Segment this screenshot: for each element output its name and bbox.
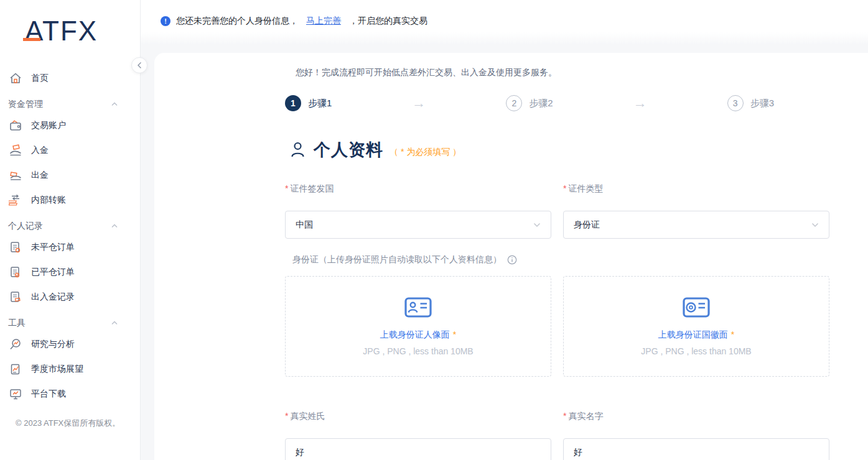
last-name-field: *真实姓氏 bbox=[285, 377, 551, 460]
main-panel: 您好！完成流程即可开始低点差外汇交易、出入金及使用更多服务。 1 步骤1 → 2… bbox=[154, 53, 868, 460]
open-orders-icon bbox=[9, 241, 22, 254]
section-header-label: 个人记录 bbox=[8, 221, 43, 232]
step-1-label: 步骤1 bbox=[308, 98, 332, 109]
identity-notice: ! 您还未完善您的个人身份信息， 马上完善 ，开启您的真实交易 bbox=[161, 16, 427, 27]
sidebar-section-records[interactable]: 个人记录 bbox=[0, 218, 140, 235]
required-note: （ * 为必须填写 ） bbox=[390, 147, 461, 158]
sidebar-item-label: 研究与分析 bbox=[31, 339, 75, 350]
step-1-number: 1 bbox=[285, 95, 301, 111]
upload-id-portrait-box[interactable]: 上载身份证人像面* JPG , PNG , less than 10MB bbox=[285, 276, 551, 377]
required-asterisk: * bbox=[563, 411, 566, 421]
sidebar-item-label: 已平仓订单 bbox=[31, 267, 75, 278]
wallet-icon bbox=[9, 119, 22, 132]
sidebar-item-label: 交易账户 bbox=[31, 120, 66, 131]
chevron-left-icon bbox=[137, 62, 142, 69]
id-type-field: *证件类型 身份证 bbox=[563, 161, 829, 239]
transfer-icon bbox=[9, 193, 22, 207]
sidebar-item-quarterly-outlook[interactable]: 季度市场展望 bbox=[9, 361, 140, 378]
sidebar-item-open-orders[interactable]: 未平仓订单 bbox=[9, 239, 140, 256]
outlook-icon bbox=[9, 362, 22, 376]
atfx-logo[interactable]: ATFX bbox=[25, 15, 112, 47]
logo-text: ATFX bbox=[25, 15, 112, 47]
arrow-right-icon: → bbox=[633, 95, 647, 111]
step-3: 3 步骤3 bbox=[727, 95, 774, 111]
first-name-input[interactable] bbox=[563, 438, 829, 460]
sidebar-item-platform-download[interactable]: 平台下载 bbox=[9, 385, 140, 403]
sidebar-item-withdraw[interactable]: 出金 bbox=[9, 167, 140, 184]
sidebar-item-label: 内部转账 bbox=[31, 195, 66, 206]
info-icon[interactable] bbox=[507, 255, 517, 265]
page-title: 个人资料 bbox=[314, 139, 383, 161]
notice-text-before: 您还未完善您的个人身份信息， bbox=[176, 16, 298, 27]
id-card-portrait-icon bbox=[404, 297, 432, 318]
upload-id-emblem-box[interactable]: 上载身份证国徽面* JPG , PNG , less than 10MB bbox=[563, 276, 829, 377]
chevron-up-icon bbox=[111, 224, 118, 228]
sidebar-item-funding-records[interactable]: 出入金记录 bbox=[9, 288, 140, 306]
chevron-down-icon bbox=[533, 223, 541, 228]
greeting-text: 您好！完成流程即可开始低点差外汇交易、出入金及使用更多服务。 bbox=[296, 67, 868, 78]
id-type-value: 身份证 bbox=[574, 219, 600, 231]
sidebar: ATFX 首页 资金管理 bbox=[0, 0, 141, 460]
funding-records-icon bbox=[9, 290, 22, 304]
sidebar-item-internal-transfer[interactable]: 内部转账 bbox=[9, 191, 140, 209]
chevron-down-icon bbox=[811, 223, 819, 228]
step-2-label: 步骤2 bbox=[529, 98, 553, 109]
sidebar-item-label: 出入金记录 bbox=[31, 292, 75, 303]
required-asterisk: * bbox=[285, 183, 288, 193]
sidebar-section-funds[interactable]: 资金管理 bbox=[0, 96, 140, 113]
download-icon bbox=[9, 387, 22, 401]
page: ! 您还未完善您的个人身份信息， 马上完善 ，开启您的真实交易 ATFX 首页 bbox=[0, 0, 868, 460]
sidebar-item-closed-orders[interactable]: 已平仓订单 bbox=[9, 264, 140, 281]
sidebar-item-label: 入金 bbox=[31, 145, 49, 156]
step-1: 1 步骤1 bbox=[285, 95, 332, 111]
sidebar-item-deposit[interactable]: 入金 bbox=[9, 142, 140, 159]
step-3-label: 步骤3 bbox=[750, 98, 774, 109]
step-3-number: 3 bbox=[727, 95, 744, 111]
complete-now-link[interactable]: 马上完善 bbox=[306, 16, 341, 27]
home-icon bbox=[9, 71, 22, 85]
issuing-country-field: *证件签发国 中国 bbox=[285, 161, 551, 239]
issuing-country-select[interactable]: 中国 bbox=[285, 211, 551, 239]
required-asterisk: * bbox=[453, 329, 456, 339]
issuing-country-value: 中国 bbox=[296, 219, 313, 231]
upload-emblem-label: 上载身份证国徽面* bbox=[658, 329, 734, 341]
section-header-label: 工具 bbox=[8, 318, 26, 329]
logo-orange-dash bbox=[23, 38, 40, 41]
person-icon bbox=[290, 141, 306, 159]
sidebar-nav: 首页 资金管理 交易账户 入金 bbox=[0, 70, 140, 403]
sidebar-item-home[interactable]: 首页 bbox=[9, 70, 140, 87]
sidebar-item-trading-account[interactable]: 交易账户 bbox=[9, 117, 140, 134]
id-upload-hint: 身份证（上传身份证照片自动读取以下个人资料信息） bbox=[292, 254, 829, 265]
required-asterisk: * bbox=[731, 329, 734, 339]
closed-orders-icon bbox=[9, 265, 22, 279]
sidebar-item-label: 首页 bbox=[31, 73, 49, 84]
sidebar-section-tools[interactable]: 工具 bbox=[0, 315, 140, 332]
id-type-select[interactable]: 身份证 bbox=[563, 211, 829, 239]
id-type-label: *证件类型 bbox=[563, 183, 829, 195]
deposit-icon bbox=[9, 144, 22, 157]
step-2-number: 2 bbox=[506, 95, 522, 111]
first-name-label: *真实名字 bbox=[563, 411, 829, 422]
upload-emblem-filetypes: JPG , PNG , less than 10MB bbox=[641, 346, 751, 356]
step-indicator: 1 步骤1 → 2 步骤2 → 3 步骤3 bbox=[285, 95, 774, 111]
sidebar-collapse-button[interactable] bbox=[131, 57, 147, 73]
chevron-up-icon bbox=[111, 321, 118, 325]
sidebar-item-label: 平台下载 bbox=[31, 389, 66, 400]
chevron-up-icon bbox=[111, 102, 118, 106]
sidebar-item-label: 未平仓订单 bbox=[31, 242, 75, 253]
last-name-label: *真实姓氏 bbox=[285, 411, 551, 422]
notice-text-after: ，开启您的真实交易 bbox=[349, 16, 427, 27]
sidebar-item-label: 季度市场展望 bbox=[31, 364, 83, 375]
required-asterisk: * bbox=[285, 411, 288, 421]
arrow-right-icon: → bbox=[412, 95, 426, 111]
id-card-emblem-icon bbox=[683, 297, 710, 318]
personal-info-form: *证件签发国 中国 *证件类型 身份证 bbox=[285, 161, 829, 460]
sidebar-item-research[interactable]: 研究与分析 bbox=[9, 336, 140, 353]
step-2: 2 步骤2 bbox=[506, 95, 553, 111]
upload-portrait-filetypes: JPG , PNG , less than 10MB bbox=[363, 346, 473, 356]
top-bar: ! 您还未完善您的个人身份信息， 马上完善 ，开启您的真实交易 bbox=[141, 0, 868, 45]
upload-portrait-label: 上载身份证人像面* bbox=[380, 329, 456, 341]
required-asterisk: * bbox=[563, 183, 566, 193]
last-name-input[interactable] bbox=[285, 438, 551, 460]
copyright-text: © 2023 ATFX保留所有版权。 bbox=[16, 418, 140, 429]
